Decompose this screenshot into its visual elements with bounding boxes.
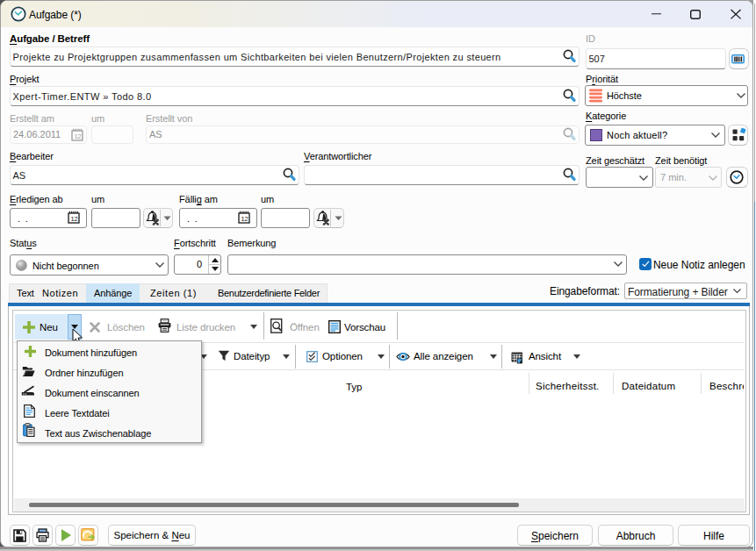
svg-text:12: 12 [74,132,81,140]
svg-text:12: 12 [241,215,248,223]
svg-text:12: 12 [70,215,77,223]
